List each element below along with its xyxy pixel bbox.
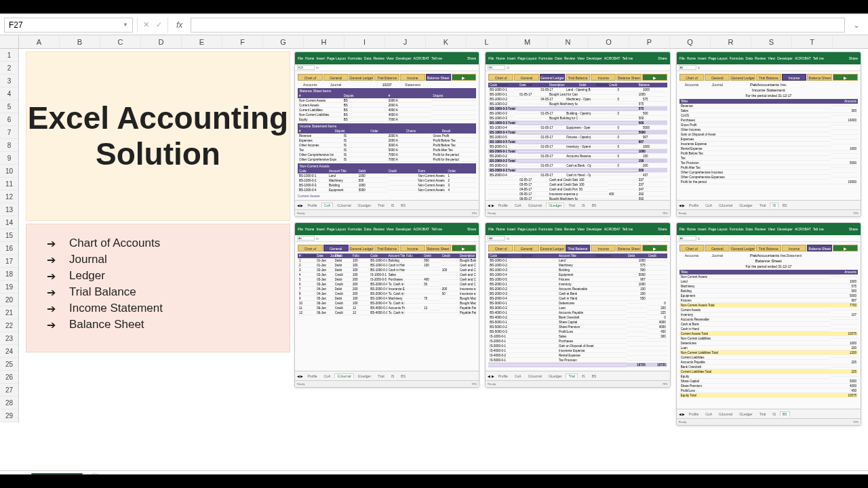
- col-header[interactable]: P: [629, 35, 670, 48]
- row-header[interactable]: 9: [0, 152, 18, 165]
- col-header[interactable]: T: [792, 35, 833, 48]
- row-header[interactable]: 23: [0, 332, 18, 345]
- enter-icon[interactable]: ✓: [156, 20, 162, 29]
- row-header[interactable]: 26: [0, 371, 18, 384]
- feature-label: Journal: [69, 253, 107, 266]
- col-header[interactable]: R: [711, 35, 751, 48]
- fx-icon[interactable]: fx: [172, 20, 186, 30]
- row-header[interactable]: 28: [0, 396, 18, 409]
- thumb-journal: FileHomeInsertPage LayoutFormulasDataRev…: [294, 222, 479, 388]
- row-header[interactable]: 8: [0, 139, 18, 152]
- feature-label: Chart of Accounts: [69, 237, 160, 250]
- arrow-icon: ➔: [47, 319, 56, 331]
- thumb-coa: FileHomeInsertPage LayoutFormulasDataRev…: [294, 52, 479, 217]
- arrow-icon: ➔: [47, 237, 56, 250]
- thumb-income-statement: FileHomeInsertPage LayoutFormulasDataRev…: [676, 52, 861, 217]
- feature-label: Ledger: [69, 269, 105, 283]
- thumb-trial-balance: FileHomeInsertPage LayoutFormulasDataRev…: [485, 222, 670, 388]
- column-headers: ABCDEFGHIJKLMNOPQRST: [0, 35, 868, 49]
- expand-formula-icon[interactable]: ⌄: [849, 20, 864, 30]
- formula-bar: F27 ▼ ✕ ✓ fx ⌄: [0, 15, 868, 35]
- row-header[interactable]: 16: [0, 242, 18, 255]
- col-header[interactable]: O: [589, 35, 629, 48]
- col-header[interactable]: H: [304, 35, 344, 48]
- row-header[interactable]: 15: [0, 229, 18, 242]
- row-header[interactable]: 1: [0, 49, 18, 62]
- arrow-icon: ➔: [47, 270, 56, 283]
- col-header[interactable]: I: [344, 35, 385, 48]
- name-box[interactable]: F27 ▼: [4, 18, 133, 33]
- row-header[interactable]: 27: [0, 384, 18, 396]
- cancel-icon[interactable]: ✕: [143, 20, 149, 29]
- row-header[interactable]: 14: [0, 216, 18, 229]
- features-block: ➔Chart of Accounts➔Journal➔Ledger➔Trial …: [26, 224, 290, 352]
- col-header[interactable]: D: [141, 35, 182, 48]
- row-header[interactable]: 22: [0, 319, 18, 332]
- formula-controls: ✕ ✓: [137, 18, 168, 33]
- arrow-icon: ➔: [47, 286, 56, 299]
- row-header[interactable]: 4: [0, 87, 18, 100]
- col-header[interactable]: C: [100, 35, 141, 48]
- row-header[interactable]: 11: [0, 178, 18, 190]
- row-header[interactable]: 2: [0, 62, 18, 75]
- worksheet-grid: ABCDEFGHIJKLMNOPQRST 1234567891011121314…: [0, 35, 868, 470]
- row-header[interactable]: 29: [0, 409, 18, 422]
- row-header[interactable]: 10: [0, 165, 18, 178]
- thumbnails-container: FileHomeInsertPage LayoutFormulasDataRev…: [294, 52, 861, 426]
- formula-input[interactable]: [191, 18, 845, 33]
- name-box-value: F27: [9, 20, 23, 30]
- row-header[interactable]: 18: [0, 268, 18, 281]
- row-headers: 1234567891011121314151617181920212223242…: [0, 49, 19, 422]
- row-header[interactable]: 5: [0, 100, 18, 113]
- col-header[interactable]: N: [548, 35, 589, 48]
- row-header[interactable]: 17: [0, 255, 18, 268]
- row-header[interactable]: 3: [0, 75, 18, 87]
- col-header[interactable]: E: [182, 35, 222, 48]
- col-header[interactable]: A: [19, 35, 60, 48]
- thumb-balance-sheet: FileHomeInsertPage LayoutFormulasDataRev…: [676, 222, 861, 426]
- row-header[interactable]: 25: [0, 358, 18, 371]
- col-header[interactable]: M: [507, 35, 548, 48]
- chevron-down-icon[interactable]: ▼: [123, 22, 128, 28]
- arrow-icon: ➔: [47, 302, 56, 315]
- row-header[interactable]: 19: [0, 281, 18, 293]
- row-header[interactable]: 12: [0, 190, 18, 203]
- row-header[interactable]: 24: [0, 345, 18, 358]
- title-text: Excel Accounting Solution: [26, 100, 290, 172]
- arrow-icon: ➔: [47, 253, 56, 266]
- col-header[interactable]: S: [751, 35, 792, 48]
- col-header[interactable]: L: [467, 35, 507, 48]
- row-header[interactable]: 7: [0, 126, 18, 139]
- sheet-canvas[interactable]: Excel Accounting Solution ➔Chart of Acco…: [19, 49, 868, 422]
- col-header[interactable]: K: [426, 35, 467, 48]
- feature-label: Balance Sheet: [69, 318, 144, 331]
- row-header[interactable]: 20: [0, 293, 18, 306]
- col-header[interactable]: F: [222, 35, 263, 48]
- col-header[interactable]: J: [385, 35, 426, 48]
- thumb-ledger: FileHomeInsertPage LayoutFormulasDataRev…: [485, 52, 670, 217]
- select-all-corner[interactable]: [0, 35, 19, 48]
- feature-label: Trial Balance: [69, 285, 136, 299]
- col-header[interactable]: B: [60, 35, 100, 48]
- col-header[interactable]: Q: [670, 35, 711, 48]
- row-header[interactable]: 13: [0, 203, 18, 216]
- row-header[interactable]: 21: [0, 306, 18, 319]
- col-header[interactable]: G: [263, 35, 304, 48]
- title-block: Excel Accounting Solution: [26, 52, 290, 221]
- row-header[interactable]: 6: [0, 113, 18, 126]
- feature-label: Income Statement: [69, 302, 163, 315]
